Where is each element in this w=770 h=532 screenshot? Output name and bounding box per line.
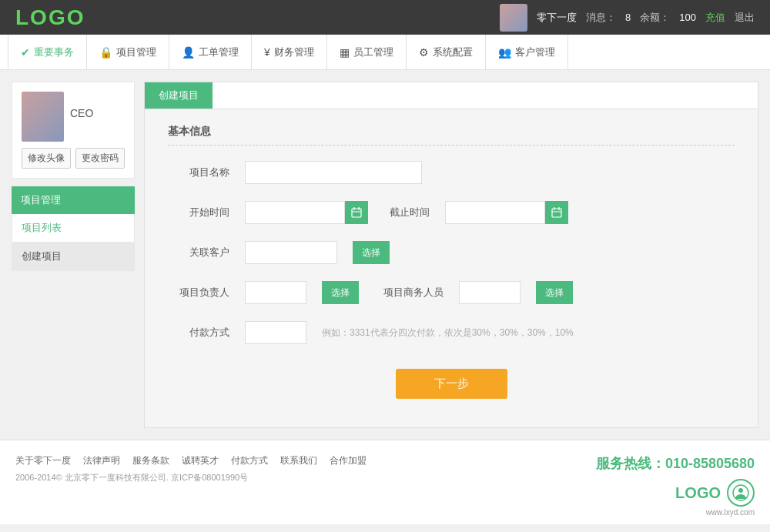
- footer-links: 关于零下一度 法律声明 服务条款 诚聘英才 付款方式 联系我们 合作加盟: [15, 454, 367, 467]
- nav-item-label: 项目管理: [116, 45, 156, 59]
- avatar: [500, 4, 527, 32]
- manager-input[interactable]: [245, 281, 306, 304]
- nav-item-finance[interactable]: ¥ 财务管理: [252, 35, 327, 69]
- svg-point-9: [738, 488, 743, 493]
- nav-item-label: 财务管理: [274, 45, 314, 59]
- nav-item-label: 客户管理: [515, 45, 555, 59]
- calendar-icon-2: [551, 207, 562, 218]
- payment-label: 付款方式: [168, 326, 229, 340]
- grid-icon: ▦: [340, 46, 350, 59]
- footer-logo-icon: [727, 479, 755, 507]
- nav-item-settings[interactable]: ⚙ 系统配置: [407, 35, 486, 69]
- sidebar-item-create-project[interactable]: 创建项目: [12, 243, 135, 271]
- tab-bar: 创建项目: [145, 82, 758, 109]
- profile-role: CEO: [70, 92, 93, 119]
- yen-icon: ¥: [264, 46, 270, 59]
- logout-link[interactable]: 退出: [735, 11, 755, 25]
- footer-link-terms[interactable]: 服务条款: [132, 454, 169, 467]
- footer-right: 服务热线：010-85805680 LOGO www.lxyd.com: [596, 454, 755, 517]
- users-icon: 👥: [498, 46, 511, 59]
- footer-logo: LOGO: [596, 479, 755, 507]
- person-icon: 👤: [182, 46, 195, 59]
- balance-label: 余额：: [640, 11, 670, 25]
- payment-row: 付款方式 例如：3331代表分四次付款，依次是30%，30%，30%，10%: [168, 321, 735, 344]
- client-row: 关联客户 选择: [168, 241, 735, 264]
- start-date-input[interactable]: [245, 201, 345, 224]
- edit-avatar-button[interactable]: 修改头像: [22, 148, 71, 169]
- balance-value: 100: [679, 12, 696, 23]
- message-label: 消息：: [586, 11, 616, 25]
- nav-item-label: 员工管理: [353, 45, 393, 59]
- profile-card: CEO 修改头像 更改密码: [12, 82, 135, 179]
- footer-copyright: 2006-2014© 北京零下一度科技有限公司. 京ICP备08001990号: [15, 472, 367, 483]
- logo: LOGO: [15, 5, 85, 30]
- nav-item-workorder[interactable]: 👤 工单管理: [169, 35, 252, 69]
- username: 零下一度: [537, 11, 577, 25]
- footer-left: 关于零下一度 法律声明 服务条款 诚聘英才 付款方式 联系我们 合作加盟 200…: [15, 454, 367, 483]
- lock-icon: 🔒: [99, 46, 112, 59]
- payment-hint: 例如：3331代表分四次付款，依次是30%，30%，30%，10%: [322, 326, 574, 340]
- nav-bar: ✔ 重要事务 🔒 项目管理 👤 工单管理 ¥ 财务管理 ▦ 员工管理 ⚙ 系统配…: [0, 35, 770, 70]
- btn-row: 下一步: [168, 361, 735, 399]
- client-label: 关联客户: [168, 246, 229, 259]
- footer-link-jobs[interactable]: 诚聘英才: [182, 454, 219, 467]
- business-select-button[interactable]: 选择: [536, 281, 573, 304]
- nav-item-employee[interactable]: ▦ 员工管理: [327, 35, 407, 69]
- start-date-icon-btn[interactable]: [345, 201, 368, 224]
- main-layout: CEO 修改头像 更改密码 项目管理 项目列表 创建项目 创建项目 基本信息 项…: [0, 70, 770, 440]
- footer-link-legal[interactable]: 法律声明: [83, 454, 120, 467]
- project-name-label: 项目名称: [168, 166, 229, 179]
- check-icon: ✔: [21, 46, 30, 59]
- footer-link-about[interactable]: 关于零下一度: [15, 454, 71, 467]
- footer-link-partner[interactable]: 合作加盟: [330, 454, 367, 467]
- create-project-tab[interactable]: 创建项目: [145, 82, 213, 109]
- manager-business-row: 项目负责人 选择 项目商务人员 选择: [168, 281, 735, 304]
- svg-rect-4: [552, 209, 561, 217]
- form-container: 基本信息 项目名称 开始时间 截止时间: [145, 109, 758, 414]
- client-input[interactable]: [245, 241, 337, 264]
- profile-avatar: [22, 92, 64, 142]
- client-select-button[interactable]: 选择: [353, 241, 390, 264]
- message-count: 8: [625, 12, 631, 23]
- sidebar-section-title[interactable]: 项目管理: [12, 186, 135, 214]
- footer: 关于零下一度 法律声明 服务条款 诚聘英才 付款方式 联系我们 合作加盟 200…: [0, 440, 770, 524]
- footer-hotline: 服务热线：010-85805680: [596, 454, 755, 473]
- start-time-label: 开始时间: [168, 206, 229, 219]
- payment-input[interactable]: [245, 321, 306, 344]
- nav-item-important[interactable]: ✔ 重要事务: [8, 35, 87, 69]
- end-date-wrap: [445, 201, 568, 224]
- header: LOGO 零下一度 消息： 8 余额： 100 充值 退出: [0, 0, 770, 35]
- recharge-link[interactable]: 充值: [705, 11, 725, 25]
- nav-item-label: 工单管理: [199, 45, 239, 59]
- circle-person-icon: [732, 484, 749, 501]
- svg-rect-0: [352, 209, 361, 217]
- calendar-icon: [351, 207, 362, 218]
- nav-item-project[interactable]: 🔒 项目管理: [87, 35, 169, 69]
- footer-domain: www.lxyd.com: [596, 508, 755, 517]
- start-date-wrap: [245, 201, 368, 224]
- user-info: 零下一度 消息： 8 余额： 100 充值 退出: [500, 4, 755, 32]
- business-label: 项目商务人员: [374, 286, 444, 299]
- form-section-title: 基本信息: [168, 125, 735, 146]
- content-area: 创建项目 基本信息 项目名称 开始时间 截止时间: [144, 82, 758, 428]
- manager-label: 项目负责人: [168, 286, 229, 299]
- sidebar: CEO 修改头像 更改密码 项目管理 项目列表 创建项目: [12, 82, 135, 428]
- next-button[interactable]: 下一步: [396, 369, 507, 399]
- end-time-label: 截止时间: [383, 206, 430, 219]
- end-date-input[interactable]: [445, 201, 545, 224]
- gear-icon: ⚙: [419, 46, 429, 59]
- sidebar-item-project-list[interactable]: 项目列表: [12, 214, 135, 243]
- footer-link-payment[interactable]: 付款方式: [231, 454, 268, 467]
- footer-logo-text: LOGO: [675, 484, 721, 502]
- business-input[interactable]: [459, 281, 521, 304]
- nav-item-label: 重要事务: [34, 45, 74, 59]
- manager-select-button[interactable]: 选择: [322, 281, 359, 304]
- change-password-button[interactable]: 更改密码: [75, 148, 125, 169]
- time-row: 开始时间 截止时间: [168, 201, 735, 224]
- project-name-row: 项目名称: [168, 161, 735, 184]
- end-date-icon-btn[interactable]: [545, 201, 568, 224]
- nav-item-label: 系统配置: [433, 45, 473, 59]
- footer-link-contact[interactable]: 联系我们: [280, 454, 317, 467]
- nav-item-customer[interactable]: 👥 客户管理: [486, 35, 568, 69]
- project-name-input[interactable]: [245, 161, 422, 184]
